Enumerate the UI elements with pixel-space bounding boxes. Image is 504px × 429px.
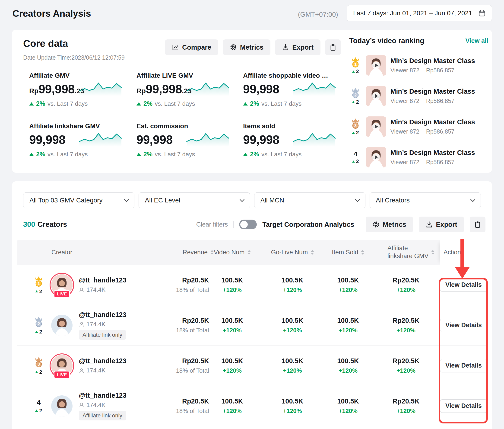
table-row: 2 2 @tt_handle123 174.4K Affiliate link …: [17, 305, 487, 346]
dropdown-ec-level[interactable]: All EC Level: [139, 192, 250, 208]
target-analytics-toggle[interactable]: [239, 220, 257, 229]
dropdown-mcn[interactable]: All MCN: [254, 192, 365, 208]
item-sold-value: 100.5K: [337, 397, 359, 405]
column-header-action: Action: [440, 240, 487, 265]
view-details-button[interactable]: View Details: [440, 319, 487, 332]
compare-button[interactable]: Compare: [165, 39, 218, 55]
creator-handle: @tt_handle123: [79, 311, 127, 319]
date-range-picker[interactable]: Last 7 days: Jun 01, 2021 – Jun 07, 2021: [347, 5, 492, 21]
rank-change: 2: [352, 158, 359, 164]
sort-icon[interactable]: [431, 250, 434, 255]
rank-change: 2: [352, 99, 359, 105]
metric-vs-label: vs. Last 7 days: [155, 100, 195, 107]
viewer-count: Viewer 872: [391, 159, 419, 166]
sparkline-chart: [293, 80, 336, 96]
up-triangle-icon: [29, 153, 34, 156]
dropdown-gmv-category[interactable]: All Top 03 GMV Category: [23, 192, 134, 208]
dropdown-creators[interactable]: All Creators: [370, 192, 481, 208]
clear-filters-link[interactable]: Clear filters: [196, 221, 228, 228]
sort-icon[interactable]: [361, 250, 364, 255]
gold-crown-rank-icon: 1: [33, 276, 44, 287]
revenue-share: 18% of Total: [176, 286, 209, 294]
creators-count: 300: [23, 220, 35, 229]
table-metrics-button[interactable]: Metrics: [366, 217, 413, 232]
metric-value: 99,998: [243, 133, 279, 147]
silver-crown-rank-icon: 2: [33, 316, 44, 327]
video-thumbnail[interactable]: [366, 86, 386, 106]
person-icon: [79, 322, 84, 327]
metric-change-row: 2%vs. Last 7 days: [29, 151, 122, 158]
ranking-item[interactable]: 1 2 Min’s Design Master Class Viewer 872…: [349, 55, 488, 76]
up-triangle-icon: [243, 102, 248, 106]
metric-vs-label: vs. Last 7 days: [261, 100, 302, 107]
column-header-creator: Creator: [52, 240, 72, 265]
table-copy-button[interactable]: [470, 217, 486, 232]
play-icon: [372, 92, 380, 100]
table-export-button[interactable]: Export: [419, 217, 464, 232]
person-photo: [51, 395, 72, 417]
metric-label: Affiliate LIVE GMV: [137, 72, 229, 79]
metric-label: Affiliate GMV: [29, 72, 122, 79]
revenue-value: Rp20.5K: [182, 357, 209, 365]
compare-chart-icon: [172, 44, 179, 51]
play-icon: [372, 153, 380, 161]
creators-table-card: All Top 03 GMV Category All EC Level All…: [12, 181, 492, 429]
follower-count: 174.4K: [79, 321, 105, 328]
person-icon: [79, 402, 84, 408]
avatar: LIVE: [51, 355, 72, 376]
metric-card-items-sold: Items sold 99,998 2%vs. Last 7 days: [243, 122, 336, 158]
golive-num-value: 100.5K: [282, 317, 303, 324]
video-num-change: +120%: [223, 286, 242, 294]
video-gmv: Rp586,857: [426, 67, 454, 74]
rank-number: 4: [354, 150, 357, 158]
chevron-down-icon: [124, 197, 129, 202]
person-icon: [79, 287, 84, 293]
chevron-down-icon: [239, 197, 244, 202]
view-details-button[interactable]: View Details: [440, 359, 487, 372]
video-thumbnail[interactable]: [366, 116, 386, 137]
metrics-button[interactable]: Metrics: [223, 39, 271, 55]
export-button[interactable]: Export: [275, 39, 321, 55]
divider: [423, 160, 423, 165]
metric-card-affiliate-live-gmv: Affiliate LIVE GMV Rp99,998.23 2%vs. Las…: [137, 72, 229, 107]
golive-num-change: +120%: [283, 407, 302, 415]
metric-value: 99,998: [146, 82, 182, 96]
view-details-button[interactable]: View Details: [440, 399, 487, 413]
video-thumbnail[interactable]: [366, 55, 386, 76]
metric-change-row: 2%vs. Last 7 days: [29, 100, 122, 107]
table-controls-row: 300 Creators Clear filters Target Corpor…: [23, 216, 486, 233]
metric-label: Affiliate linkshare GMV: [29, 122, 122, 130]
item-sold-change: +120%: [339, 367, 357, 374]
metric-change: 2%: [36, 151, 45, 158]
ranking-item[interactable]: 2 2 Min’s Design Master Class Viewer 872…: [349, 86, 488, 106]
svg-text:2: 2: [354, 93, 357, 97]
toggle-label: Target Corporation Analytics: [262, 221, 354, 228]
sort-icon[interactable]: [311, 250, 314, 255]
svg-text:1: 1: [37, 281, 40, 286]
sort-icon[interactable]: [247, 250, 251, 255]
revenue-value: Rp20.5K: [182, 317, 209, 324]
affiliate-link-only-tag: Affiliate link only: [79, 330, 126, 340]
view-details-button[interactable]: View Details: [440, 278, 487, 292]
ranking-item[interactable]: 3 2 Min’s Design Master Class Viewer 872…: [349, 116, 488, 137]
core-data-card: Core data Date Update Time:2023/06/12 12…: [12, 30, 492, 173]
metric-change: 2%: [36, 100, 45, 107]
copy-report-button[interactable]: [325, 39, 341, 55]
ranking-item[interactable]: 4 2 Min’s Design Master Class Viewer 872…: [349, 147, 488, 167]
ranking-title: Today’s video ranking: [349, 37, 424, 45]
play-icon: [372, 123, 380, 131]
filter-bar: All Top 03 GMV Category All EC Level All…: [23, 192, 481, 208]
calendar-icon: [478, 9, 486, 17]
video-num-value: 100.5K: [221, 317, 243, 324]
table-row: 4 2 @tt_handle123 174.4K Affiliate link …: [17, 386, 487, 426]
timezone-label: (GMT+07:00): [298, 11, 338, 18]
linkshare-gmv-value: Rp20.5K: [392, 317, 419, 324]
rank-change: 2: [352, 130, 359, 136]
bronze-crown-rank-icon: 3: [33, 356, 44, 368]
view-all-link[interactable]: View all: [465, 37, 488, 45]
download-icon: [282, 44, 289, 51]
data-update-time: Date Update Time:2023/06/12 12:07:59: [23, 54, 125, 61]
golive-num-change: +120%: [283, 367, 302, 374]
video-title: Min’s Design Master Class: [391, 149, 488, 157]
video-thumbnail[interactable]: [366, 147, 386, 167]
